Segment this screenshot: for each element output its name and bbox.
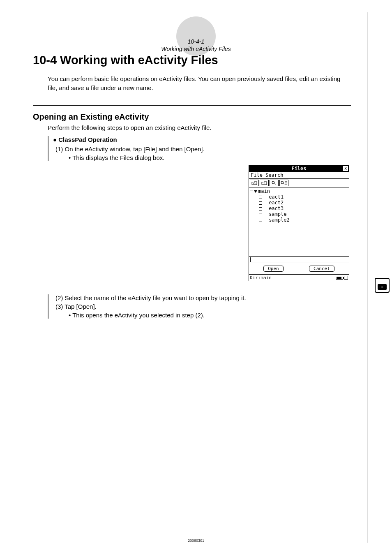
filename-input[interactable] [249,257,349,263]
tree-item-3[interactable]: sample [269,211,286,217]
battery-icon [336,276,348,280]
search-list-icon[interactable] [279,180,288,186]
up-folder-icon[interactable] [250,180,259,186]
operation-block-2: (2) Select the name of the eActivity fil… [48,294,351,319]
right-margin-rule [367,12,367,543]
close-icon[interactable]: X [343,166,348,171]
cancel-button[interactable]: Cancel [309,266,334,272]
dialog-title: Files [291,166,306,171]
tree-item-0[interactable]: eact1 [269,194,284,200]
file-tree[interactable]: main eact1 eact2 eact3 sample sample2 [249,187,349,257]
svg-line-2 [274,183,276,185]
section-intro: You can perform basic file operations on… [48,74,351,92]
files-dialog: Files X File Search * main eact1 eact2 e [249,165,349,281]
open-button[interactable]: Open [263,266,284,272]
step-2: (2) Select the name of the eActivity fil… [53,294,351,301]
step-1: (1) On the eActivity window, tap [File] … [53,146,351,153]
step-1-note: • This displays the Files dialog box. [66,154,351,161]
section-heading: 10-4 Working with eActivity Files [33,53,351,67]
tree-item-2[interactable]: eact3 [269,206,284,211]
dialog-button-row: Open Cancel [249,263,349,275]
svg-text:*: * [263,182,265,185]
subsection-lead: Perform the following steps to open an e… [48,124,351,131]
divider [33,105,351,106]
dialog-menubar[interactable]: File Search [249,172,349,179]
page-header: 10-4-1 Working with eActivity Files [0,16,392,58]
operation-block: ● ClassPad Operation (1) On the eActivit… [48,136,351,161]
tree-root[interactable]: main [258,188,270,194]
search-icon[interactable] [270,180,279,186]
subsection-heading: Opening an Existing eActivity [33,112,351,122]
status-text: Dir:main [250,275,272,280]
header-subtitle: Working with eActivity Files [161,45,231,53]
tree-item-4[interactable]: sample2 [269,217,290,223]
dialog-toolbar: * [249,179,349,187]
svg-line-4 [283,183,284,185]
step-3: (3) Tap [Open]. [53,303,351,310]
operation-heading: ● ClassPad Operation [53,136,351,143]
tree-item-1[interactable]: eact2 [269,200,284,206]
dialog-statusbar: Dir:main [249,275,349,281]
keypad-dots: :::: [380,285,385,289]
header-page-number: 10-4-1 [161,38,231,45]
step-3-note: • This opens the eActivity you selected … [66,312,351,319]
dialog-titlebar: Files X [249,165,349,172]
footer-date: 20060301 [0,539,392,543]
new-folder-icon[interactable]: * [260,180,269,186]
keypad-icon[interactable]: :::: [375,278,390,293]
